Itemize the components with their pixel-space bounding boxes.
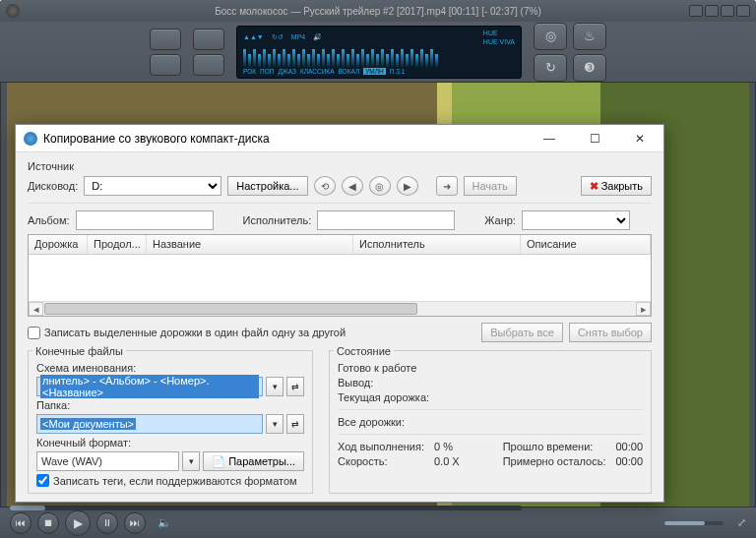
scroll-right-arrow[interactable]: ▸	[636, 302, 651, 316]
dialog-close-button[interactable]: ✕	[620, 126, 660, 151]
status-ready: Готово к работе	[338, 362, 643, 374]
dialog-app-icon	[24, 132, 37, 146]
close-btn[interactable]: ✖Закрыть	[581, 176, 652, 196]
select-all-button[interactable]: Выбрать все	[481, 323, 563, 342]
track-listview[interactable]: Дорожка Продол... Название Исполнитель О…	[28, 234, 652, 317]
player-close-button[interactable]	[736, 5, 750, 17]
album-input[interactable]	[76, 210, 214, 230]
dialog-minimize-button[interactable]: —	[530, 126, 569, 151]
seek-bar[interactable]	[10, 506, 522, 510]
record-button[interactable]: ◎	[534, 23, 567, 50]
col-duration[interactable]: Продол...	[88, 235, 147, 254]
col-desc[interactable]: Описание	[521, 235, 651, 254]
eq-format-label: MP4	[291, 33, 305, 40]
fullscreen-icon[interactable]: ⤢	[737, 516, 746, 529]
player-min-button[interactable]	[689, 5, 703, 17]
pause-button[interactable]: ⏸	[96, 512, 118, 534]
scroll-thumb[interactable]	[44, 303, 417, 315]
scroll-left-arrow[interactable]: ◂	[29, 302, 43, 316]
player-restore-button[interactable]	[721, 5, 734, 17]
player-titlebar[interactable]: Босс молокосос — Русский трейлер #2 [201…	[0, 0, 756, 22]
progress-value: 0 %	[434, 441, 493, 452]
toolbar-button-2[interactable]	[150, 54, 181, 76]
genre-label: Жанр:	[484, 214, 516, 226]
mute-icon[interactable]: 🔈	[158, 516, 171, 529]
nav-db-button[interactable]: ◎	[369, 176, 391, 196]
player-max-button[interactable]	[705, 5, 719, 17]
toolbar-button-1[interactable]	[150, 29, 181, 50]
start-button[interactable]: Начать	[464, 176, 517, 196]
toolbar-button-3[interactable]	[193, 29, 224, 50]
source-section-label: Источник	[28, 160, 652, 172]
settings-btn[interactable]: Настройка...	[227, 176, 307, 196]
format-label: Конечный формат:	[36, 437, 304, 448]
artist-input[interactable]	[317, 210, 455, 230]
folder-combo[interactable]: <Мои документы>	[36, 414, 263, 434]
listview-hscroll[interactable]: ◂ ▸	[29, 301, 651, 316]
col-track[interactable]: Дорожка	[29, 235, 88, 254]
params-button[interactable]: 📄 Параметры...	[203, 451, 304, 471]
write-tags-checkbox-input[interactable]	[36, 474, 49, 487]
deselect-button[interactable]: Снять выбор	[569, 323, 652, 342]
listview-header[interactable]: Дорожка Продол... Название Исполнитель О…	[29, 235, 651, 255]
remaining-label: Примерно осталось:	[503, 455, 606, 467]
player-app-icon	[6, 4, 20, 18]
scheme-label: Схема именования:	[36, 362, 304, 374]
speed-label: Скорость:	[338, 455, 424, 467]
scheme-combo[interactable]: лнитель> - <Альбом> - <Номер>. <Название…	[36, 377, 263, 396]
speed-value: 0.0 X	[434, 455, 493, 467]
eq-indicator-icon: ▲▲▼	[243, 33, 264, 40]
output-files-panel: Конечные файлы Схема именования: лнитель…	[28, 350, 313, 494]
eq-hue-label-2: HUE VIVA	[483, 38, 515, 45]
dialog-titlebar[interactable]: Копирование со звукового компакт-диска —…	[16, 125, 663, 152]
genre-select[interactable]	[522, 210, 630, 230]
eq-hue-label-1: HUE	[483, 30, 515, 36]
folder-label: Папка:	[36, 399, 304, 411]
burn-button[interactable]: ♨	[573, 23, 606, 50]
all-tracks-label: Все дорожки:	[338, 416, 643, 428]
stop-button[interactable]: ⏹	[37, 512, 59, 534]
nav-prev-button[interactable]: ◀	[342, 176, 363, 196]
drive-label: Дисковод:	[28, 180, 78, 192]
folder-browse-button[interactable]: ⇄	[286, 414, 304, 434]
listview-body[interactable]	[29, 255, 651, 301]
nav-next-button[interactable]: ▶	[397, 176, 418, 196]
cd-rip-dialog: Копирование со звукового компакт-диска —…	[15, 124, 664, 503]
play-button[interactable]: ▶	[65, 510, 91, 536]
eq-sound-icon: 🔊	[313, 33, 322, 41]
write-tags-checkbox[interactable]: Записать теги, если поддерживаются форма…	[36, 474, 304, 487]
settings-button[interactable]: ❸	[573, 54, 606, 82]
artist-label: Исполнитель:	[243, 214, 312, 226]
close-x-icon: ✖	[590, 180, 598, 193]
progress-label: Ход выполнения:	[338, 441, 424, 452]
player-window-controls	[689, 5, 750, 17]
volume-slider[interactable]	[664, 521, 724, 525]
album-label: Альбом:	[28, 214, 70, 226]
nav-first-button[interactable]: ⟲	[314, 176, 336, 196]
go-button[interactable]: ➜	[436, 176, 458, 196]
dialog-maximize-button[interactable]: ☐	[575, 126, 614, 151]
one-file-checkbox[interactable]: Записать выделенные дорожки в один файл …	[28, 327, 346, 339]
eq-bars	[243, 45, 515, 68]
col-title[interactable]: Название	[147, 235, 353, 254]
status-panel: Состояние Готово к работе Вывод: Текущая…	[329, 350, 652, 494]
status-title: Состояние	[334, 345, 394, 357]
remaining-value: 00:00	[615, 455, 643, 467]
output-files-title: Конечные файлы	[32, 345, 126, 357]
one-file-checkbox-input[interactable]	[28, 327, 40, 339]
player-controls: ⏮ ⏹ ▶ ⏸ ⏭ 🔈 ⤢	[0, 507, 756, 538]
sync-button[interactable]: ↻	[534, 54, 567, 82]
format-dropdown-arrow[interactable]: ▾	[182, 451, 200, 471]
toolbar-button-4[interactable]	[193, 54, 224, 76]
next-button[interactable]: ⏭	[124, 512, 146, 534]
output-label: Вывод:	[338, 377, 643, 389]
drive-select[interactable]: D:	[84, 176, 221, 196]
elapsed-label: Прошло времени:	[503, 441, 606, 452]
col-artist[interactable]: Исполнитель	[353, 235, 521, 254]
format-combo[interactable]: Wave (WAV)	[36, 451, 179, 471]
elapsed-value: 00:00	[615, 441, 643, 452]
prev-button[interactable]: ⏮	[10, 512, 32, 534]
folder-dropdown-arrow[interactable]: ▾	[266, 414, 284, 434]
scheme-edit-button[interactable]: ⇄	[286, 377, 304, 396]
scheme-dropdown-arrow[interactable]: ▾	[266, 377, 284, 396]
